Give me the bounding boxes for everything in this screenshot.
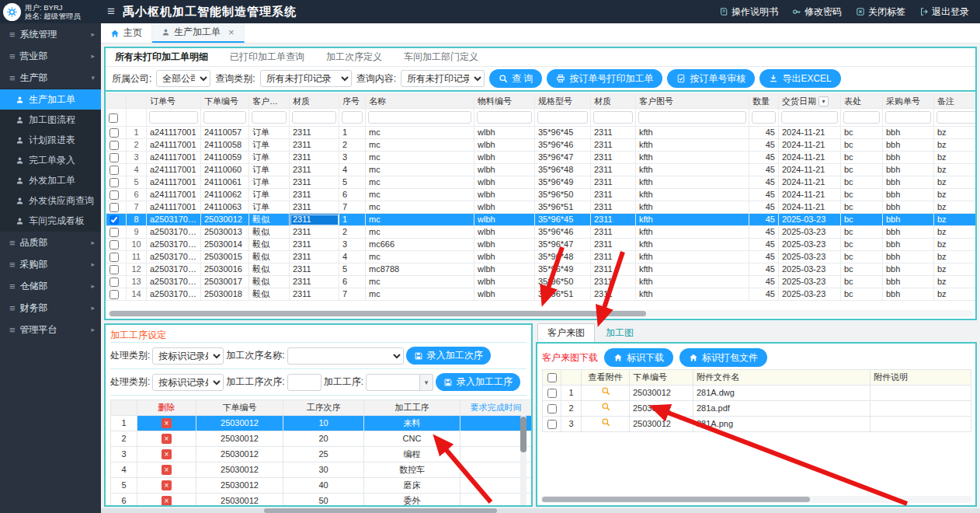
row-checkbox[interactable] <box>109 240 119 250</box>
column-filter-input[interactable] <box>292 111 336 124</box>
row-checkbox[interactable] <box>109 178 119 187</box>
sidebar-item-3[interactable]: ≡品质部▸ <box>0 232 101 253</box>
scrollbar-thumb[interactable] <box>109 311 646 316</box>
print-by-order-button[interactable]: 按订单号打印加工单 <box>547 69 662 88</box>
delete-row-icon[interactable]: × <box>162 449 172 459</box>
sidebar-subitem-0[interactable]: 生产加工单 <box>0 89 101 110</box>
process-row[interactable]: 2×2503001220CNC <box>111 431 532 447</box>
row-checkbox[interactable] <box>109 215 119 225</box>
work-order-row[interactable]: 6a24111700124110062订单23116mcwlbh35*96*50… <box>106 189 976 201</box>
sidebar-item-7[interactable]: ≡管理平台▸ <box>0 319 101 340</box>
subtab-2[interactable]: 加工次序定义 <box>326 51 382 64</box>
row-checkbox[interactable] <box>547 420 557 429</box>
attachment-row[interactable]: 325030012281A.png <box>543 417 971 432</box>
row-checkbox[interactable] <box>109 203 119 212</box>
column-header[interactable]: 物料编号 <box>474 94 535 109</box>
save-process-order-button[interactable]: 录入加工次序 <box>406 347 491 365</box>
work-order-row[interactable]: 3a24111700124110059订单23113mcwlbh35*96*47… <box>106 152 976 164</box>
query-content-select[interactable]: 所有未打印记录 <box>401 70 485 87</box>
column-header[interactable]: 客户简称 <box>249 94 290 109</box>
work-order-row[interactable]: 13a25031700125030017毅似23116mcwlbh35*96*5… <box>106 276 976 288</box>
sidebar-subitem-5[interactable]: 外发供应商查询 <box>0 190 101 211</box>
column-filter-input[interactable] <box>752 111 776 124</box>
company-select[interactable]: 全部公司 <box>156 70 210 87</box>
column-header[interactable]: 材质 <box>591 94 636 109</box>
sidebar-toggle-icon[interactable]: ≡ <box>107 4 115 19</box>
attachment-hscrollbar[interactable] <box>540 496 972 503</box>
close-tab-icon[interactable]: × <box>228 27 235 37</box>
work-order-row[interactable]: 5a24111700124110061订单23115mcwlbh35*96*49… <box>106 176 976 189</box>
delete-row-icon[interactable]: × <box>162 465 172 475</box>
row-checkbox[interactable] <box>109 277 119 287</box>
work-order-row[interactable]: 7a24111700124110063订单23117mcwlbh35*96*51… <box>106 201 976 214</box>
column-header[interactable]: 材质 <box>290 94 339 109</box>
column-filter-input[interactable] <box>537 111 588 124</box>
process-row[interactable]: 3×2503001225编程 <box>111 447 532 462</box>
view-attachment-icon[interactable] <box>601 417 610 427</box>
subtab-0[interactable]: 所有未打印加工单明细 <box>115 51 208 64</box>
dropdown-caret-icon[interactable]: ▾ <box>420 374 433 391</box>
select-all-checkbox[interactable] <box>547 373 557 382</box>
column-filter-input[interactable] <box>593 111 633 124</box>
column-filter-input[interactable] <box>203 111 246 124</box>
mark-download-button[interactable]: 标识下载 <box>604 348 673 367</box>
row-checkbox[interactable] <box>109 128 119 138</box>
sidebar-item-2[interactable]: ≡生产部▾ <box>0 67 101 89</box>
sidebar-subitem-2[interactable]: 计划跟进表 <box>0 130 101 150</box>
select-all-checkbox[interactable] <box>109 113 118 123</box>
attachment-row[interactable]: 225030012281a.pdf <box>543 401 971 417</box>
process-table-vscrollbar[interactable] <box>520 415 526 507</box>
process-row[interactable]: 4×2503001230数控车 <box>111 462 532 478</box>
row-checkbox[interactable] <box>547 389 557 398</box>
work-order-row[interactable]: 14a25031700125030018毅似23117mcwlbh35*96*5… <box>106 288 976 301</box>
table-hscrollbar[interactable] <box>108 310 973 317</box>
query-type-select[interactable]: 所有未打印记录 <box>260 70 352 87</box>
sidebar-item-1[interactable]: ≡营业部▸ <box>0 45 101 67</box>
tab-customer-drawing[interactable]: 客户来图 <box>537 323 595 342</box>
work-order-row[interactable]: 1a24111700124110057订单23111mcwlbh35*96*45… <box>106 127 976 139</box>
export-excel-button[interactable]: 导出EXCEL <box>759 69 840 88</box>
delete-row-icon[interactable]: × <box>162 496 172 506</box>
row-checkbox[interactable] <box>109 190 119 200</box>
work-order-row[interactable]: 8a25031700125030012毅似23111mcwlbh35*96*45… <box>106 214 976 226</box>
process-step-seq-input[interactable] <box>287 374 321 391</box>
work-order-row[interactable]: 9a25031700125030013毅似23112mcwlbh35*96*46… <box>106 226 976 239</box>
header-action-manual[interactable]: 操作说明书 <box>719 5 778 19</box>
process-order-name-select[interactable] <box>287 347 404 365</box>
column-filter-input[interactable] <box>843 111 880 124</box>
attachment-row[interactable]: 125030012281A.dwg <box>543 386 971 401</box>
column-filter-input[interactable] <box>477 111 532 124</box>
column-header[interactable]: 规格型号 <box>535 94 591 109</box>
column-filter-input[interactable] <box>149 111 198 124</box>
column-header[interactable]: 序号 <box>339 94 366 109</box>
work-order-row[interactable]: 10a25031700125030014毅似23113mc666wlbh35*9… <box>106 239 976 251</box>
sidebar-subitem-4[interactable]: 外发加工单 <box>0 170 101 190</box>
column-header[interactable]: 名称 <box>366 94 474 109</box>
row-checkbox[interactable] <box>109 290 119 299</box>
column-header[interactable]: 表处 <box>841 94 883 109</box>
handle-type-select-2[interactable]: 按标识记录处理 <box>152 374 224 391</box>
row-checkbox[interactable] <box>109 228 119 237</box>
save-process-step-button[interactable]: 录入加工工序 <box>436 373 520 391</box>
tab-production-order[interactable]: 生产加工单 × <box>152 23 245 43</box>
scrollbar-thumb[interactable] <box>520 417 526 452</box>
scrollbar-thumb[interactable] <box>264 508 497 513</box>
column-header[interactable]: 订单号 <box>147 94 201 109</box>
work-order-row[interactable]: 11a25031700125030015毅似23114mcwlbh35*96*4… <box>106 251 976 263</box>
sidebar-item-0[interactable]: ≡系统管理▸ <box>0 23 101 45</box>
mark-package-button[interactable]: 标识打包文件 <box>679 348 767 367</box>
row-checkbox[interactable] <box>547 404 557 414</box>
sidebar-subitem-6[interactable]: 车间完成看板 <box>0 211 101 231</box>
column-header[interactable]: 数量 <box>749 94 779 109</box>
sidebar-item-4[interactable]: ≡采购部▸ <box>0 253 101 275</box>
header-action-logout[interactable]: 退出登录 <box>919 5 969 19</box>
process-row[interactable]: 6×2503001250委外 <box>111 494 532 508</box>
handle-type-select-1[interactable]: 按标识记录处理 <box>152 347 224 365</box>
subtab-1[interactable]: 已打印加工单查询 <box>230 51 304 64</box>
delete-row-icon[interactable]: × <box>162 434 172 444</box>
view-attachment-icon[interactable] <box>601 402 610 411</box>
work-order-row[interactable]: 4a24111700124110060订单23114mcwlbh35*96*48… <box>106 164 976 176</box>
row-checkbox[interactable] <box>109 166 119 175</box>
column-header[interactable]: 客户图号 <box>636 94 749 109</box>
delete-row-icon[interactable]: × <box>162 418 172 428</box>
